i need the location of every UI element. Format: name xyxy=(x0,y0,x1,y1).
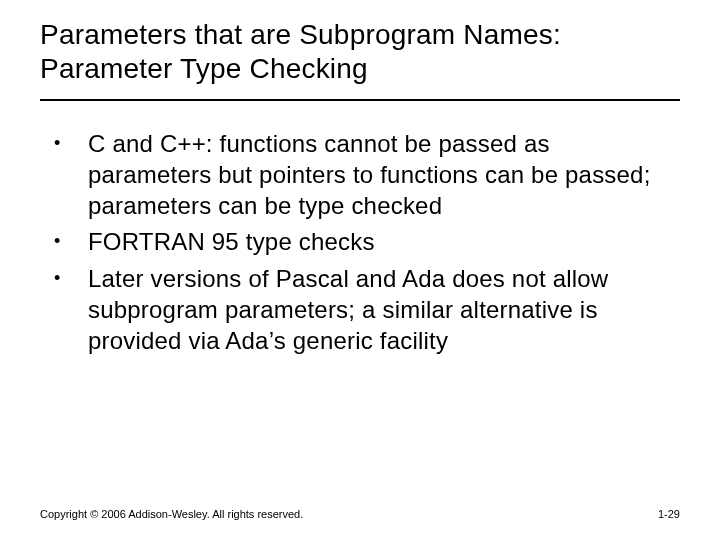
copyright-text: Copyright © 2006 Addison-Wesley. All rig… xyxy=(40,508,303,520)
list-item: FORTRAN 95 type checks xyxy=(50,227,660,258)
bullet-list: C and C++: functions cannot be passed as… xyxy=(50,129,660,356)
slide: Parameters that are Subprogram Names: Pa… xyxy=(0,0,720,540)
footer: Copyright © 2006 Addison-Wesley. All rig… xyxy=(40,508,680,520)
list-item: Later versions of Pascal and Ada does no… xyxy=(50,264,660,356)
slide-body: C and C++: functions cannot be passed as… xyxy=(0,101,720,356)
slide-title: Parameters that are Subprogram Names: Pa… xyxy=(0,0,720,93)
list-item: C and C++: functions cannot be passed as… xyxy=(50,129,660,221)
page-number: 1-29 xyxy=(658,508,680,520)
